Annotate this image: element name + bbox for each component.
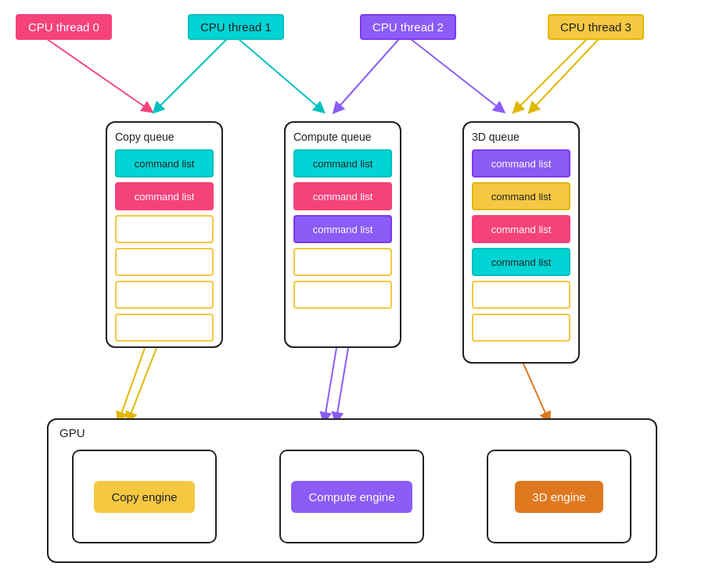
cmd-item-empty <box>115 281 214 309</box>
cmd-item: command list <box>115 149 214 177</box>
3d-queue: 3D queue command list command list comma… <box>462 121 580 364</box>
cmd-item: command list <box>293 182 392 210</box>
copy-queue: Copy queue command list command list <box>106 121 223 348</box>
3d-queue-title: 3D queue <box>472 131 570 143</box>
svg-line-5 <box>516 39 587 109</box>
cmd-item: command list <box>472 248 570 276</box>
cmd-item: command list <box>115 182 214 210</box>
svg-line-2 <box>239 39 321 109</box>
copy-engine-box: Copy engine <box>72 450 217 543</box>
copy-queue-title: Copy queue <box>115 131 214 143</box>
cmd-item: command list <box>472 149 570 177</box>
svg-line-1 <box>156 39 227 109</box>
svg-line-3 <box>336 39 399 109</box>
cmd-item: command list <box>293 149 392 177</box>
compute-queue: Compute queue command list command list … <box>284 121 401 348</box>
svg-line-10 <box>336 348 348 418</box>
cmd-item-empty <box>115 314 214 342</box>
compute-engine-label: Compute engine <box>291 481 412 513</box>
cmd-item-empty <box>115 248 214 276</box>
svg-line-4 <box>411 39 501 109</box>
cmd-item: command list <box>472 182 570 210</box>
cpu-thread-3: CPU thread 3 <box>548 14 644 40</box>
gpu-label: GPU <box>59 426 85 439</box>
3d-engine-box: 3D engine <box>487 450 631 543</box>
3d-engine-label: 3D engine <box>515 481 602 513</box>
cmd-item: command list <box>472 215 570 243</box>
cmd-item-empty <box>472 281 570 309</box>
compute-engine-box: Compute engine <box>279 450 424 543</box>
cmd-item: command list <box>293 215 392 243</box>
cmd-item-empty <box>293 248 392 276</box>
cmd-item-empty <box>115 215 214 243</box>
cpu-thread-0: CPU thread 0 <box>16 14 112 40</box>
svg-line-8 <box>129 348 156 418</box>
cpu-thread-2: CPU thread 2 <box>360 14 456 40</box>
svg-line-7 <box>120 348 145 418</box>
gpu-box: GPU Copy engine Compute engine 3D engine <box>47 418 657 563</box>
svg-line-6 <box>532 39 599 109</box>
diagram: CPU thread 0 CPU thread 1 CPU thread 2 C… <box>0 0 705 588</box>
svg-line-9 <box>325 348 336 418</box>
copy-engine-label: Copy engine <box>94 481 194 513</box>
cmd-item-empty <box>293 281 392 309</box>
compute-queue-title: Compute queue <box>293 131 392 143</box>
cmd-item-empty <box>472 314 570 342</box>
svg-line-0 <box>47 39 149 109</box>
cpu-thread-1: CPU thread 1 <box>188 14 284 40</box>
